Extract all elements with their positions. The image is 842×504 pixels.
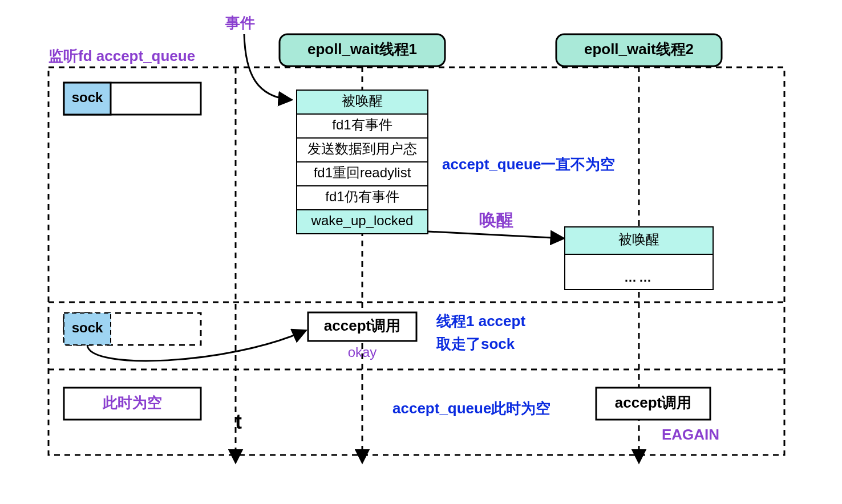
thread1-accept-l2: 取走了sock [436,335,515,352]
sock-label-1: sock [72,90,103,105]
sock-row1: sock [64,83,201,115]
listen-title: 监听fd accept_queue [48,47,195,64]
t2-wake: 被唤醒 [618,231,659,247]
eagain-label: EAGAIN [662,426,719,443]
accept2-label: accept调用 [615,394,691,411]
sock-row2: sock [64,313,201,345]
t1-r3: fd1重回readylist [314,165,411,180]
okay-label: okay [348,344,377,360]
t1-r1: fd1有事件 [332,117,392,132]
sock-label-2: sock [72,320,103,335]
diagram-root: 监听fd accept_queue 事件 epoll_wait线程1 epoll… [0,0,842,504]
t1-r5: wake_up_locked [311,213,414,228]
queue-empty: accept_queue此时为空 [392,400,550,417]
accept1-label: accept调用 [324,317,400,334]
thread1-header: epoll_wait线程1 [307,40,417,58]
thread2-steps: 被唤醒 …… [565,227,713,290]
wake-arrow [428,231,563,238]
t1-wake: 被唤醒 [342,93,383,108]
wake-arrow-label: 唤醒 [479,210,513,229]
t2-dots: …… [624,270,654,284]
thread1-accept-l1: 线程1 accept [436,312,525,330]
empty-now-label: 此时为空 [102,394,162,411]
thread2-header: epoll_wait线程2 [584,40,694,58]
queue-nonempty: accept_queue一直不为空 [442,156,615,173]
thread1-steps: 被唤醒 fd1有事件 发送数据到用户态 fd1重回readylist fd1仍有… [297,90,428,234]
t-label: t [235,410,242,433]
event-label: 事件 [225,14,255,31]
t1-r2: 发送数据到用户态 [307,141,417,156]
t1-r4: fd1仍有事件 [325,189,399,204]
